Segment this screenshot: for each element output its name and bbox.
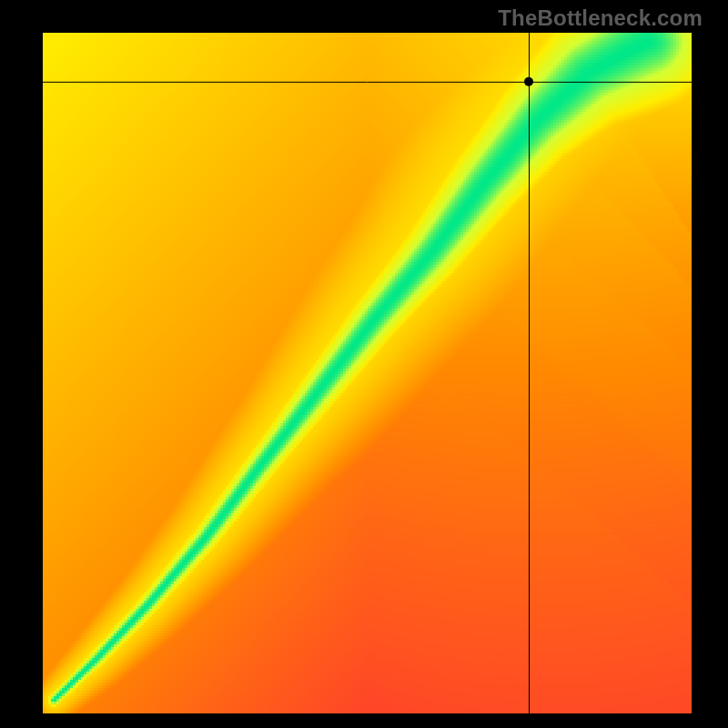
watermark-text: TheBottleneck.com	[498, 5, 703, 31]
crosshair-overlay	[43, 33, 692, 713]
chart-frame: TheBottleneck.com	[0, 0, 728, 728]
